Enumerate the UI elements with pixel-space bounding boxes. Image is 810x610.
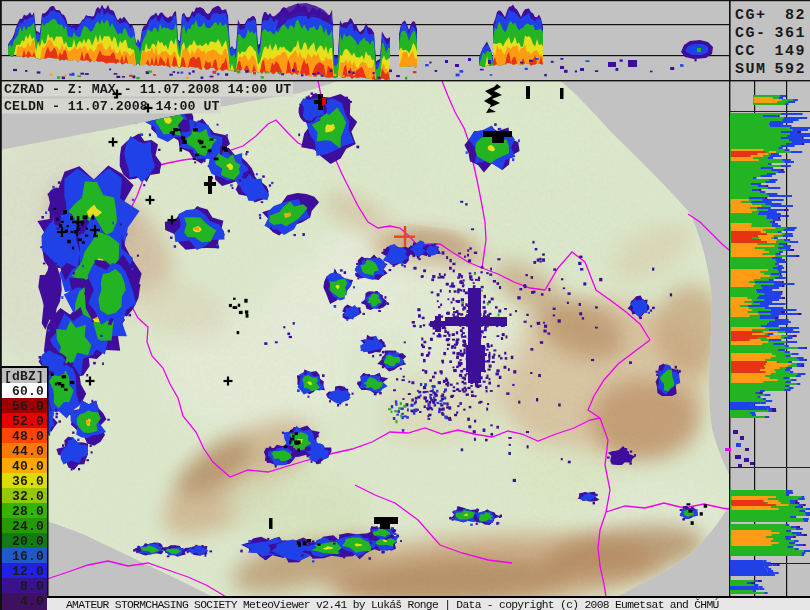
svg-text:592: 592 xyxy=(774,61,806,78)
svg-text:361: 361 xyxy=(774,25,806,42)
svg-text:149: 149 xyxy=(774,43,806,60)
svg-text:[dBZ]: [dBZ] xyxy=(4,369,44,384)
svg-text:48.0: 48.0 xyxy=(12,429,44,444)
svg-text:CZRAD - Z: MAX - 11.07.2008 14: CZRAD - Z: MAX - 11.07.2008 14:00 UT xyxy=(4,82,291,97)
svg-text:60.0: 60.0 xyxy=(12,384,44,399)
svg-text:24.0: 24.0 xyxy=(12,519,44,534)
svg-text:12.0: 12.0 xyxy=(12,564,44,579)
svg-text:CELDN - 11.07.2008 14:00 UT: CELDN - 11.07.2008 14:00 UT xyxy=(4,99,219,114)
svg-text:44.0: 44.0 xyxy=(12,444,44,459)
svg-text:52.0: 52.0 xyxy=(12,414,44,429)
svg-text:16.0: 16.0 xyxy=(12,549,44,564)
svg-text:40.0: 40.0 xyxy=(12,459,44,474)
svg-text:CG-: CG- xyxy=(735,25,767,42)
svg-text:56.0: 56.0 xyxy=(12,399,44,414)
svg-text:8.0: 8.0 xyxy=(20,579,44,594)
svg-text:4.0: 4.0 xyxy=(20,594,44,609)
svg-text:32.0: 32.0 xyxy=(12,489,44,504)
svg-text:82: 82 xyxy=(785,7,806,24)
svg-text:28.0: 28.0 xyxy=(12,504,44,519)
svg-text:SUM: SUM xyxy=(735,61,767,78)
svg-text:CG+: CG+ xyxy=(735,7,767,24)
svg-text:AMATEUR STORMCHASING SOCIETY M: AMATEUR STORMCHASING SOCIETY MeteoViewer… xyxy=(66,598,719,610)
svg-text:CC: CC xyxy=(735,43,756,60)
svg-text:20.0: 20.0 xyxy=(12,534,44,549)
svg-text:36.0: 36.0 xyxy=(12,474,44,489)
